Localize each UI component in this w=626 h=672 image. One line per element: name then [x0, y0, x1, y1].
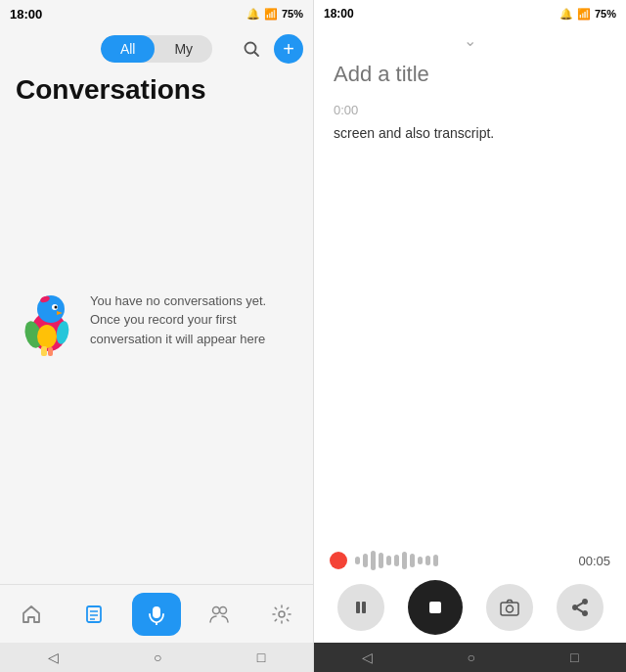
wave-bar — [379, 553, 383, 568]
wave-bar — [371, 551, 376, 570]
wave-bar — [386, 556, 391, 565]
svg-point-18 — [220, 606, 227, 613]
battery-left: 75% — [282, 8, 303, 20]
battery-right: 75% — [595, 8, 616, 20]
camera-button[interactable] — [486, 584, 533, 631]
control-buttons — [330, 580, 610, 635]
title-input[interactable] — [334, 62, 606, 87]
wave-bar — [410, 554, 415, 567]
svg-rect-10 — [48, 347, 53, 356]
record-dot — [330, 552, 347, 569]
svg-rect-23 — [501, 603, 518, 615]
mic-icon — [146, 604, 167, 625]
share-button[interactable] — [557, 584, 604, 631]
chevron-down-icon[interactable]: ⌄ — [464, 31, 476, 50]
nav-home[interactable] — [7, 593, 56, 636]
nav-people[interactable] — [195, 593, 244, 636]
spacer — [314, 146, 626, 539]
filter-row: All My + — [0, 27, 313, 70]
wave-bar — [425, 556, 430, 565]
svg-point-24 — [506, 605, 513, 612]
empty-state: You have no conversations yet. Once you … — [0, 117, 313, 584]
status-icons-left: 🔔 📶 75% — [246, 8, 303, 21]
settings-icon — [271, 604, 292, 625]
timestamp: 0:00 — [314, 91, 626, 121]
wave-bar — [394, 555, 399, 566]
notes-icon — [83, 604, 105, 625]
home-button-right[interactable]: ○ — [468, 650, 475, 665]
status-icons-right: 🔔 📶 75% — [559, 8, 616, 21]
page-title: Conversations — [0, 70, 313, 117]
android-nav-right: ◁ ○ □ — [314, 643, 626, 672]
filter-all[interactable]: All — [101, 35, 156, 63]
svg-point-5 — [55, 305, 58, 308]
svg-rect-9 — [41, 346, 47, 356]
filter-tabs: All My — [101, 35, 212, 63]
recent-button-right[interactable]: □ — [570, 650, 578, 665]
wave-bar — [363, 554, 368, 567]
wave-bar — [418, 557, 423, 564]
svg-rect-22 — [429, 602, 441, 613]
pause-button[interactable] — [337, 584, 384, 631]
back-button-right[interactable]: ◁ — [362, 650, 373, 665]
share-icon — [571, 599, 589, 616]
wave-bar — [402, 552, 407, 569]
left-panel: 18:00 🔔 📶 75% All My + Conversations — [0, 0, 313, 672]
bottom-nav — [0, 584, 313, 643]
nav-settings[interactable] — [257, 593, 306, 636]
svg-rect-21 — [362, 602, 366, 613]
pause-icon — [352, 599, 370, 616]
search-button[interactable] — [237, 34, 266, 64]
status-bar-right: 18:00 🔔 📶 75% — [314, 0, 626, 27]
empty-message: You have no conversations yet. Once you … — [90, 288, 293, 349]
add-button[interactable]: + — [274, 34, 303, 64]
android-nav-left: ◁ ○ □ — [0, 643, 313, 672]
timer-display: 00:05 — [573, 554, 610, 568]
back-button-left[interactable]: ◁ — [48, 650, 59, 665]
recording-controls: 00:05 — [314, 539, 626, 643]
svg-point-0 — [246, 43, 256, 54]
title-area — [314, 54, 626, 91]
parrot-illustration — [20, 288, 78, 356]
svg-rect-16 — [153, 606, 160, 618]
chevron-bar: ⌄ — [314, 27, 626, 54]
notification-icon-right: 🔔 — [559, 8, 573, 21]
time-right: 18:00 — [324, 7, 354, 21]
search-icon — [243, 40, 260, 58]
recent-button-left[interactable]: □ — [257, 650, 265, 665]
home-icon — [21, 604, 42, 625]
waveform — [355, 551, 565, 570]
filter-actions: + — [237, 34, 303, 64]
people-icon — [208, 604, 230, 625]
svg-point-19 — [279, 611, 285, 617]
nav-notes[interactable] — [69, 593, 118, 636]
empty-content: You have no conversations yet. Once you … — [20, 288, 293, 356]
svg-point-17 — [213, 606, 220, 613]
waveform-row: 00:05 — [330, 551, 610, 570]
time-left: 18:00 — [10, 7, 42, 22]
home-button-left[interactable]: ○ — [154, 650, 161, 665]
wifi-icon: 📶 — [264, 8, 278, 21]
wifi-icon-right: 📶 — [577, 8, 591, 21]
stop-icon — [426, 599, 444, 616]
stop-button[interactable] — [408, 580, 463, 635]
right-panel: 18:00 🔔 📶 75% ⌄ 0:00 screen and also tra… — [313, 0, 626, 672]
status-bar-left: 18:00 🔔 📶 75% — [0, 0, 313, 27]
filter-my[interactable]: My — [155, 35, 212, 63]
svg-point-8 — [37, 325, 57, 348]
notification-icon: 🔔 — [246, 8, 260, 21]
nav-record[interactable] — [132, 593, 181, 636]
svg-rect-20 — [356, 602, 360, 613]
wave-bar — [355, 557, 360, 564]
camera-icon — [500, 599, 519, 616]
wave-bar — [433, 555, 438, 566]
svg-line-1 — [255, 53, 259, 57]
transcript-text: screen and also transcript. — [314, 121, 626, 146]
